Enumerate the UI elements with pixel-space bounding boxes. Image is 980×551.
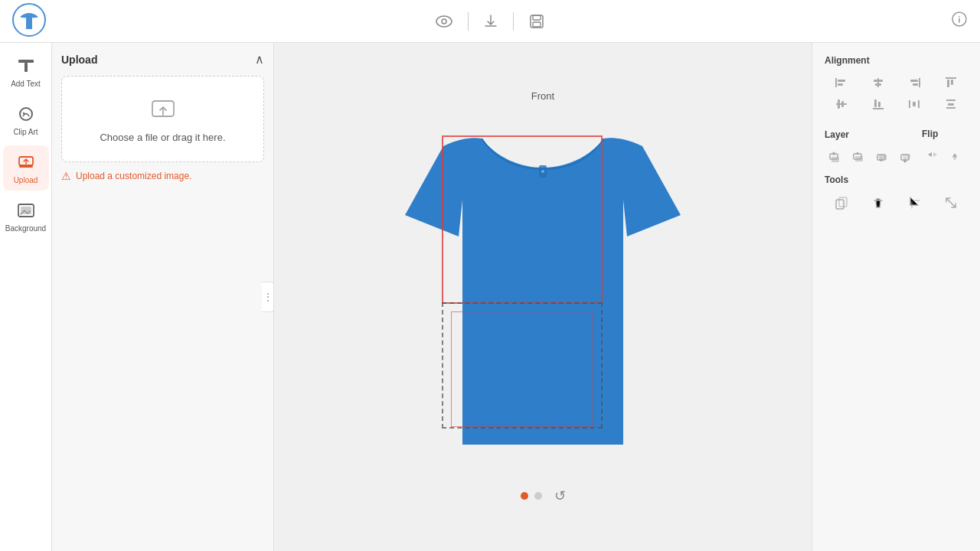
delete-button[interactable]: [861, 193, 895, 213]
align-middle-v-button[interactable]: [825, 95, 858, 113]
preview-button[interactable]: [433, 12, 456, 31]
header-divider-1: [468, 12, 469, 31]
download-button[interactable]: [481, 11, 501, 32]
tshirt-svg: [390, 108, 696, 475]
distribute-h-button[interactable]: [898, 95, 932, 113]
upload-panel: Upload ∧ Choose a file or drag it here. …: [52, 43, 274, 551]
main-layout: Add Text Clip Art Upload B: [0, 43, 980, 551]
upload-icon: [15, 152, 37, 173]
svg-rect-20: [838, 80, 845, 82]
svg-rect-23: [874, 80, 883, 82]
dot-1[interactable]: [521, 492, 528, 500]
bring-front-button[interactable]: [825, 148, 845, 166]
send-back-button[interactable]: [895, 148, 916, 166]
flip-vertical-button[interactable]: [948, 147, 968, 167]
header-right: [951, 11, 968, 31]
tshirt-container: [390, 108, 696, 475]
svg-rect-5: [533, 22, 541, 27]
svg-rect-35: [874, 99, 877, 107]
flip-section: Flip: [922, 129, 968, 167]
svg-rect-4: [533, 15, 541, 20]
sidebar-label-add-text: Add Text: [11, 80, 41, 88]
crop-button[interactable]: [898, 193, 932, 213]
svg-rect-9: [24, 63, 28, 72]
alignment-grid: [825, 73, 968, 113]
layer-title: Layer: [825, 129, 916, 140]
sidebar-item-clip-art[interactable]: Clip Art: [3, 97, 49, 142]
alignment-title: Alignment: [825, 55, 968, 66]
layer-section: Layer: [825, 129, 916, 166]
canvas-label: Front: [531, 90, 554, 102]
svg-rect-24: [875, 83, 881, 86]
svg-point-18: [541, 170, 544, 173]
sidebar-label-background: Background: [5, 224, 46, 233]
distribute-v-button[interactable]: [934, 95, 968, 113]
svg-rect-39: [913, 102, 916, 106]
dot-2[interactable]: [534, 492, 542, 500]
flip-buttons: [922, 147, 968, 167]
upload-drop-icon: [149, 95, 177, 126]
layer-flip-row: Layer Flip: [825, 129, 968, 167]
upload-drop-area[interactable]: Choose a file or drag it here.: [61, 76, 264, 162]
upload-custom-text: Upload a customized image.: [76, 171, 191, 181]
svg-rect-52: [839, 197, 847, 207]
flip-title: Flip: [922, 129, 968, 139]
info-button[interactable]: [951, 11, 968, 31]
align-top-button[interactable]: [934, 73, 968, 92]
svg-point-1: [436, 16, 452, 27]
sidebar-item-add-text[interactable]: Add Text: [3, 49, 49, 94]
svg-rect-8: [18, 60, 34, 63]
svg-point-11: [22, 112, 24, 114]
collapse-handle-icon: ⋮: [263, 292, 273, 302]
logo: [12, 3, 46, 40]
upload-panel-title: Upload: [61, 54, 97, 66]
align-bottom-button[interactable]: [861, 95, 895, 113]
svg-rect-26: [910, 80, 918, 82]
svg-rect-33: [841, 101, 844, 107]
svg-rect-21: [838, 83, 843, 86]
sidebar-item-background[interactable]: Background: [3, 194, 49, 239]
upload-collapse-button[interactable]: ∧: [255, 52, 264, 67]
upload-custom-message: ⚠ Upload a customized image.: [61, 170, 264, 182]
svg-rect-19: [835, 78, 837, 87]
tools-grid: [825, 193, 968, 213]
right-sidebar: Alignment: [812, 43, 980, 551]
left-sidebar: Add Text Clip Art Upload B: [0, 43, 52, 551]
bring-forward-button[interactable]: [848, 148, 869, 166]
svg-rect-34: [873, 108, 884, 109]
copy-button[interactable]: [825, 193, 858, 213]
svg-rect-30: [951, 80, 953, 85]
sidebar-label-clip-art: Clip Art: [13, 128, 38, 136]
canvas-pagination: ↺: [521, 487, 566, 504]
resize-button[interactable]: [934, 193, 968, 213]
save-button[interactable]: [526, 11, 547, 32]
upload-panel-header: Upload ∧: [61, 52, 264, 67]
align-right-button[interactable]: [898, 73, 932, 92]
header: [0, 0, 980, 43]
svg-rect-25: [919, 78, 920, 87]
svg-rect-38: [918, 100, 920, 108]
align-left-button[interactable]: [825, 73, 858, 92]
flip-horizontal-button[interactable]: [922, 147, 943, 167]
header-divider-2: [513, 12, 514, 31]
svg-rect-27: [913, 83, 918, 86]
send-backward-button[interactable]: [872, 148, 893, 166]
svg-rect-40: [946, 99, 956, 101]
svg-rect-36: [878, 102, 880, 107]
svg-rect-28: [946, 77, 956, 79]
svg-rect-37: [909, 100, 910, 108]
svg-point-7: [959, 16, 960, 18]
panel-collapse-handle[interactable]: ⋮: [262, 282, 274, 312]
svg-rect-32: [838, 99, 840, 109]
rotate-button[interactable]: ↺: [554, 487, 566, 504]
svg-rect-22: [877, 78, 879, 87]
svg-rect-29: [947, 80, 949, 87]
svg-rect-51: [836, 200, 844, 209]
text-icon: [15, 55, 37, 77]
background-icon: [15, 200, 37, 221]
upload-drop-text: Choose a file or drag it here.: [100, 132, 225, 143]
sidebar-item-upload[interactable]: Upload: [3, 145, 49, 191]
tools-section: Tools: [825, 174, 968, 213]
svg-rect-41: [946, 107, 956, 109]
align-center-h-button[interactable]: [861, 73, 895, 92]
